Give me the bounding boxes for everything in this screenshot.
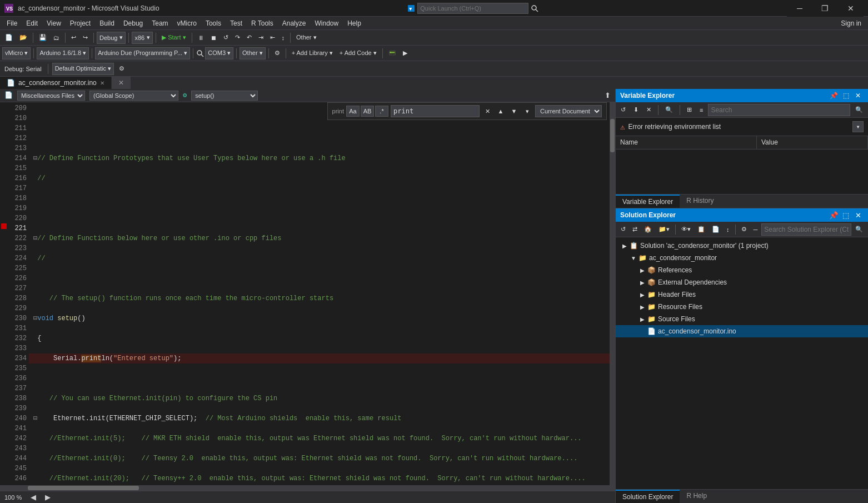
regex-btn[interactable]: .* xyxy=(375,106,388,117)
tb-btn-7[interactable]: ⇤ xyxy=(267,32,278,44)
sol-move-btn[interactable]: ↕ xyxy=(724,223,732,236)
tab-extra-close[interactable]: ✕ xyxy=(118,79,124,87)
menu-analyze[interactable]: Analyze xyxy=(278,17,311,30)
tree-external-deps-item[interactable]: ▶ 📦 External Dependencies xyxy=(616,276,868,288)
open-btn[interactable]: 📂 xyxy=(17,32,30,44)
redo-btn[interactable]: ↪ xyxy=(80,32,91,44)
menu-debug[interactable]: Debug xyxy=(119,17,147,30)
tb-btn-4[interactable]: ↷ xyxy=(232,32,243,44)
tab-r-history[interactable]: R History xyxy=(680,195,720,208)
editor-maximize-btn[interactable]: ⬆ xyxy=(605,91,611,99)
match-case-btn[interactable]: Aa xyxy=(346,106,360,117)
tree-references-item[interactable]: ▶ 📦 References xyxy=(616,264,868,276)
var-list-btn[interactable]: ≡ xyxy=(697,104,706,116)
tb-btn-6[interactable]: ⇥ xyxy=(256,32,266,44)
menu-vmicro[interactable]: vMicro xyxy=(173,17,201,30)
var-search-btn[interactable]: 🔍 xyxy=(662,104,676,116)
tab-var-explorer[interactable]: Variable Explorer xyxy=(616,195,680,208)
sol-search-input[interactable] xyxy=(761,223,851,236)
tab-main-file[interactable]: 📄 ac_condensor_monitor.ino ✕ xyxy=(0,77,112,89)
vmicro-dropdown[interactable]: vMicro ▾ xyxy=(2,47,31,59)
sign-in-link[interactable]: Sign in xyxy=(836,18,866,28)
menu-help[interactable]: Help xyxy=(343,17,366,30)
debug-settings-btn[interactable]: ⚙ xyxy=(116,63,127,75)
var-close-btn[interactable]: ✕ xyxy=(852,90,864,101)
var-delete-btn[interactable]: ✕ xyxy=(643,104,654,116)
tab-solution-explorer[interactable]: Solution Explorer xyxy=(616,490,680,503)
sol-properties-btn[interactable]: ⚙ xyxy=(739,223,750,236)
add-library-btn[interactable]: + Add Library ▾ xyxy=(289,47,336,59)
var-search-input[interactable] xyxy=(708,104,850,116)
var-float-btn[interactable]: ⬚ xyxy=(840,90,851,101)
sol-sync-btn[interactable]: ⇄ xyxy=(630,223,640,236)
menu-window[interactable]: Window xyxy=(310,17,343,30)
sol-pin-btn[interactable]: 📌 xyxy=(828,210,839,221)
tb-btn-2[interactable]: ⏹ xyxy=(208,32,220,44)
menu-test[interactable]: Test xyxy=(226,17,247,30)
save-all-btn[interactable]: 🗂 xyxy=(51,32,62,44)
scroll-right-btn[interactable]: ▶ xyxy=(45,493,51,501)
settings-btn-t2[interactable]: ⚙ xyxy=(272,47,283,59)
tree-resource-files-item[interactable]: ▶ 📁 Resource Files xyxy=(616,301,868,313)
platform-dropdown[interactable]: x86 ▾ xyxy=(132,32,153,44)
menu-rtools[interactable]: R Tools xyxy=(247,17,278,30)
scroll-left-btn[interactable]: ◀ xyxy=(31,493,36,501)
quick-launch-input[interactable] xyxy=(417,3,528,14)
sol-new-folder-btn[interactable]: 📁▾ xyxy=(656,223,672,236)
menu-team[interactable]: Team xyxy=(147,17,172,30)
editor-content[interactable]: 209210211212213214 215216217218219220 22… xyxy=(0,102,615,485)
var-pin-btn[interactable]: 📌 xyxy=(828,90,839,101)
find-prev-btn[interactable]: ▲ xyxy=(495,106,506,117)
menu-tools[interactable]: Tools xyxy=(201,17,226,30)
other-t2-dropdown[interactable]: Other ▾ xyxy=(240,47,266,59)
whole-word-btn[interactable]: AB xyxy=(361,106,374,117)
var-grid-btn[interactable]: ⊞ xyxy=(684,104,695,116)
tb-btn-5[interactable]: ↶ xyxy=(244,32,255,44)
find-expand-btn[interactable]: ▾ xyxy=(522,106,533,117)
close-button[interactable]: ✕ xyxy=(838,0,864,17)
tab-r-help[interactable]: R Help xyxy=(680,490,714,503)
editor-scrollbar-v[interactable] xyxy=(610,102,615,485)
find-input[interactable] xyxy=(391,105,480,117)
find-scope-select[interactable]: Current Document xyxy=(535,105,602,117)
arduino-version-dropdown[interactable]: Arduino 1.6/1.8 ▾ xyxy=(37,47,89,59)
play-btn[interactable]: ▶ xyxy=(400,47,410,59)
tab-extra[interactable]: ✕ xyxy=(112,77,131,89)
tb-btn-3[interactable]: ↺ xyxy=(221,32,231,44)
debug-mode-dropdown[interactable]: Debug ▾ xyxy=(97,32,126,44)
sol-search-go-btn[interactable]: 🔍 xyxy=(852,223,866,236)
tab-close-btn[interactable]: ✕ xyxy=(100,80,104,86)
new-project-btn[interactable]: 📄 xyxy=(2,32,16,44)
var-import-btn[interactable]: ⬇ xyxy=(631,104,641,116)
tree-ino-file-item[interactable]: 📄 ac_condensor_monitor.ino xyxy=(616,325,868,337)
find-next-btn[interactable]: ▼ xyxy=(508,106,520,117)
function-select[interactable]: setup() xyxy=(191,91,258,101)
zoom-level[interactable]: 100 % xyxy=(4,494,22,501)
tree-solution-item[interactable]: ▶ 📋 Solution 'ac_condensor_monitor' (1 p… xyxy=(616,240,868,252)
editor-scrollbar-h[interactable] xyxy=(0,485,615,491)
port-dropdown[interactable]: COM3 ▾ xyxy=(205,47,233,59)
sol-refresh-btn[interactable]: ↺ xyxy=(618,223,628,236)
misc-files-select[interactable]: Miscellaneous Files xyxy=(17,91,85,101)
var-refresh-btn[interactable]: ↺ xyxy=(618,104,628,116)
start-btn[interactable]: ▶ Start ▾ xyxy=(159,32,188,44)
restore-button[interactable]: ❐ xyxy=(812,0,838,17)
code-content[interactable]: ​ ​ ⊟// Define Function Prototypes that … xyxy=(29,102,610,485)
tb-btn-1[interactable]: ⏸ xyxy=(195,32,207,44)
undo-btn[interactable]: ↩ xyxy=(68,32,79,44)
scrollbar-thumb[interactable] xyxy=(610,119,615,152)
sol-preview-btn[interactable]: 👁▾ xyxy=(679,223,694,236)
sol-float-btn[interactable]: ⬚ xyxy=(840,210,851,221)
other-btn[interactable]: Other ▾ xyxy=(293,32,320,44)
sol-minus-btn[interactable]: ─ xyxy=(751,223,761,236)
error-dropdown-btn[interactable]: ▾ xyxy=(852,121,864,132)
sol-close-btn[interactable]: ✕ xyxy=(852,210,864,221)
board-dropdown[interactable]: Arduino Due (Programming P... ▾ xyxy=(95,47,190,59)
menu-project[interactable]: Project xyxy=(66,17,95,30)
find-close-btn[interactable]: ✕ xyxy=(482,106,493,117)
solution-tree[interactable]: ▶ 📋 Solution 'ac_condensor_monitor' (1 p… xyxy=(616,237,868,489)
menu-view[interactable]: View xyxy=(42,17,66,30)
var-search-go-btn[interactable]: 🔍 xyxy=(852,104,866,116)
menu-edit[interactable]: Edit xyxy=(22,17,42,30)
tree-source-files-item[interactable]: ▶ 📁 Source Files xyxy=(616,313,868,325)
